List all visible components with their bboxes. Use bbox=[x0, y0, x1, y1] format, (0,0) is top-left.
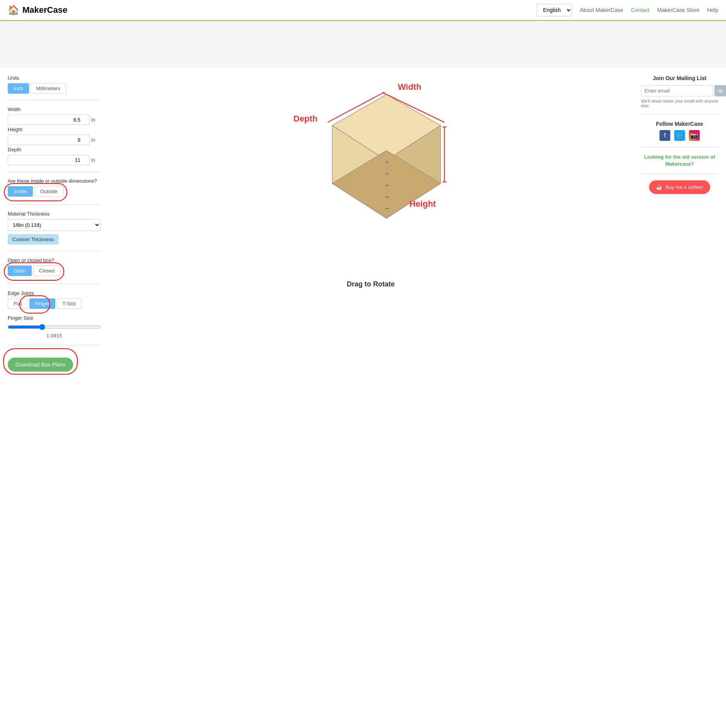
drag-rotate-label: Drag to Rotate bbox=[347, 280, 395, 288]
mailing-title: Join Our Mailing List bbox=[641, 75, 718, 81]
coffee-icon: ☕ bbox=[656, 184, 662, 190]
depth-row: in bbox=[8, 155, 101, 165]
box-svg bbox=[286, 75, 456, 269]
width-label: Width bbox=[8, 106, 101, 112]
nav-help[interactable]: Help bbox=[707, 7, 718, 13]
center-content: Width Depth Height Drag to Rotate bbox=[108, 75, 633, 372]
width-input[interactable] bbox=[8, 115, 90, 125]
header: 🏠 MakerCase English About MakerCase Cont… bbox=[0, 0, 726, 21]
depth-input[interactable] bbox=[8, 155, 90, 165]
social-icons: f 🐦 📷 bbox=[641, 130, 718, 141]
logo-text: MakerCase bbox=[22, 5, 67, 15]
open-closed-label: Open or closed box? bbox=[8, 257, 101, 263]
finger-btn[interactable]: Finger bbox=[29, 298, 55, 309]
unit-inch-btn[interactable]: Inch bbox=[8, 83, 29, 94]
custom-thickness-btn[interactable]: Custom Thickness bbox=[8, 234, 58, 245]
height-input[interactable] bbox=[8, 135, 90, 145]
facebook-icon[interactable]: f bbox=[659, 130, 670, 141]
email-row: ✉ bbox=[641, 85, 718, 96]
finger-size-value: 1.0915 bbox=[8, 333, 101, 339]
box-diagram[interactable]: Width Depth Height bbox=[286, 75, 456, 276]
follow-title: Follow MakerCase bbox=[641, 121, 718, 127]
flat-btn[interactable]: Flat bbox=[8, 298, 28, 309]
open-closed-buttons: Open Closed bbox=[8, 266, 60, 276]
height-label: Height bbox=[8, 127, 101, 132]
material-thickness-select[interactable]: 1/8in (0.118) 1/4in (0.236) 3/8in (0.354… bbox=[8, 219, 101, 231]
inside-outside-toggle-wrapper: Inside Outside bbox=[8, 186, 63, 198]
width-unit: in bbox=[91, 117, 101, 123]
height-row: in bbox=[8, 135, 101, 145]
edge-joint-buttons: Flat Finger T-Slot bbox=[8, 298, 82, 309]
inside-btn[interactable]: Inside bbox=[8, 186, 33, 197]
dim-type-label: Are these inside or outside dimensions? bbox=[8, 178, 101, 184]
logo[interactable]: 🏠 MakerCase bbox=[8, 5, 67, 15]
nav-about[interactable]: About MakerCase bbox=[580, 7, 623, 13]
nav-links: About MakerCase Contact MakerCase Store … bbox=[580, 7, 718, 13]
language-select[interactable]: English bbox=[536, 4, 572, 16]
open-btn[interactable]: Open bbox=[8, 266, 32, 276]
email-submit-btn[interactable]: ✉ bbox=[714, 85, 726, 96]
edge-joints-label: Edge Joints bbox=[8, 290, 101, 296]
width-diagram-label: Width bbox=[398, 82, 422, 92]
email-disclaimer: We'll never share your email with anyone… bbox=[641, 99, 718, 108]
right-panel: Join Our Mailing List ✉ We'll never shar… bbox=[641, 75, 718, 372]
depth-diagram-label: Depth bbox=[294, 114, 318, 124]
ad-banner bbox=[0, 21, 726, 67]
height-unit: in bbox=[91, 137, 101, 143]
height-diagram-label: Height bbox=[410, 199, 436, 209]
download-wrapper: Download Box Plans bbox=[8, 351, 73, 372]
finger-size-label: Finger Size bbox=[8, 315, 101, 321]
coffee-btn-label: Buy me a coffee! bbox=[665, 184, 703, 190]
units-label: Units bbox=[8, 75, 101, 81]
twitter-icon[interactable]: 🐦 bbox=[674, 130, 685, 141]
unit-mm-btn[interactable]: Millimeters bbox=[31, 83, 66, 94]
finger-size-slider-container: 1.0915 bbox=[8, 324, 101, 339]
inside-outside-buttons: Inside Outside bbox=[8, 186, 63, 197]
old-version-link[interactable]: Looking for the old version of Makercase… bbox=[641, 154, 718, 168]
left-panel: Units Inch Millimeters Width in Height i… bbox=[8, 75, 101, 372]
tslot-btn[interactable]: T-Slot bbox=[57, 298, 82, 309]
finger-size-slider[interactable] bbox=[8, 324, 101, 330]
depth-label: Depth bbox=[8, 147, 101, 152]
closed-btn[interactable]: Closed bbox=[33, 266, 60, 276]
download-btn[interactable]: Download Box Plans bbox=[8, 358, 73, 372]
home-icon: 🏠 bbox=[8, 5, 19, 15]
open-closed-wrapper: Open Closed bbox=[8, 266, 60, 277]
depth-unit: in bbox=[91, 157, 101, 163]
coffee-btn[interactable]: ☕ Buy me a coffee! bbox=[649, 180, 710, 194]
nav-contact[interactable]: Contact bbox=[631, 7, 649, 13]
nav-store[interactable]: MakerCase Store bbox=[657, 7, 699, 13]
email-input[interactable] bbox=[641, 85, 713, 96]
material-thickness-label: Material Thickness bbox=[8, 211, 101, 217]
instagram-icon[interactable]: 📷 bbox=[689, 130, 700, 141]
outside-btn[interactable]: Outside bbox=[34, 186, 63, 197]
width-row: in bbox=[8, 115, 101, 125]
unit-buttons: Inch Millimeters bbox=[8, 83, 101, 94]
main-layout: Units Inch Millimeters Width in Height i… bbox=[0, 67, 726, 379]
edge-joints-wrapper: Flat Finger T-Slot bbox=[8, 298, 82, 310]
